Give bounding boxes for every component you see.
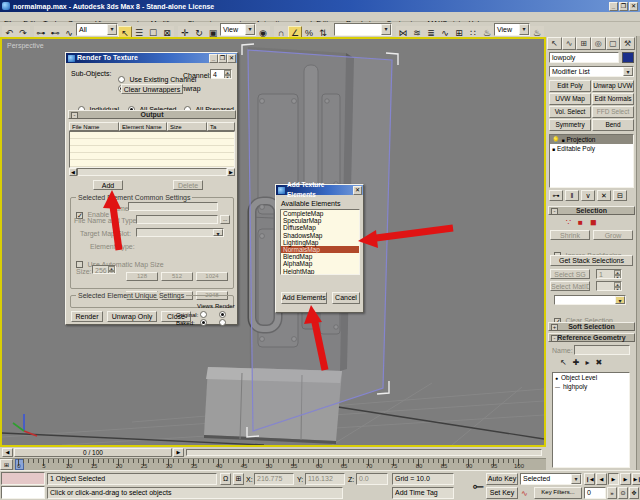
previous-frame-button[interactable]: ◀ (596, 473, 607, 485)
channel-spinner[interactable]: ▲▼ (224, 70, 231, 78)
chevron-down-icon[interactable]: ▾ (571, 474, 581, 484)
select-matid-button[interactable]: Select MatID (550, 281, 590, 291)
scroll-right-icon[interactable]: ▶ (227, 168, 235, 176)
add-time-tag-field[interactable]: Add Time Tag (392, 487, 454, 499)
align-icon[interactable]: ≋ (410, 26, 424, 37)
chevron-down-icon[interactable]: ▾ (381, 24, 391, 35)
browse-button[interactable]: ... (220, 215, 230, 224)
size-spinner[interactable]: ▲▼ (108, 266, 115, 273)
set-key-button[interactable]: Set Key (486, 487, 518, 499)
minimize-button[interactable]: _ (609, 2, 618, 11)
select-sg-button[interactable]: Select SG (550, 269, 590, 279)
channel-field[interactable]: 4 ▲▼ (210, 69, 232, 79)
element-item-shadowsmap[interactable]: ShadowsMap (281, 232, 359, 239)
tab-motion[interactable]: ◎ (591, 37, 606, 50)
command-panel-scrollbar[interactable] (636, 36, 640, 472)
key-mode-button[interactable]: » (607, 487, 617, 499)
use-pivot-center-icon[interactable]: ◉ (256, 26, 270, 37)
percent-snap-icon[interactable]: % (302, 26, 316, 37)
tab-hierarchy[interactable]: ⊞ (576, 37, 591, 50)
vertex-subobject-icon[interactable]: ∵ (566, 218, 571, 228)
remove-modifier-icon[interactable]: ✕ (597, 190, 611, 201)
ate-close-button[interactable]: ✕ (353, 186, 362, 195)
object-name-field[interactable]: lowpoly (549, 52, 619, 63)
next-frame-button[interactable]: ▶ (620, 473, 631, 485)
configure-modifier-sets-icon[interactable]: ⊟ (613, 190, 627, 201)
column-header-ta[interactable]: Ta (207, 122, 235, 131)
restore-button[interactable]: ❐ (619, 2, 628, 11)
snap-toggle-icon[interactable]: ∩ (274, 26, 288, 37)
output-table-body[interactable] (69, 131, 235, 168)
scroll-left-icon[interactable]: ◀ (69, 168, 77, 176)
size-preset-1024[interactable]: 1024 (196, 272, 228, 281)
chevron-down-icon[interactable]: ▾ (107, 24, 117, 35)
spinner-snap-icon[interactable]: ⇅ (316, 26, 330, 37)
material-editor-icon[interactable]: ∷ (466, 26, 480, 37)
close-button[interactable]: ✕ (629, 2, 638, 11)
play-button[interactable]: ▶ (608, 473, 619, 485)
modifier-button-symmetry[interactable]: Symmetry (549, 119, 591, 131)
reference-geometry-list[interactable]: ●Object Level—highpoly (552, 372, 630, 468)
element-item-specularmap[interactable]: SpecularMap (281, 217, 359, 224)
modifier-list-dropdown[interactable]: Modifier List ▾ (549, 66, 634, 77)
maxscript-mini-listener-pink[interactable] (1, 472, 45, 485)
element-item-lightingmap[interactable]: LightingMap (281, 239, 359, 246)
selection-filter-dropdown[interactable]: All▾ (76, 23, 118, 36)
available-elements-list[interactable]: CompleteMapSpecularMapDiffuseMapShadowsM… (280, 209, 360, 275)
reference-geometry-rollout-header[interactable]: -Reference Geometry (548, 333, 635, 342)
file-name-field[interactable] (136, 215, 218, 224)
time-slider-right-icon[interactable]: ▶ (173, 448, 184, 457)
pick-list-icon[interactable]: ▸ (585, 358, 589, 369)
x-coordinate-field[interactable]: 216.775 (254, 473, 294, 485)
baked-views-radio[interactable] (200, 319, 207, 326)
time-slider-left-icon[interactable]: ◀ (2, 448, 13, 457)
render-button[interactable]: Render (71, 311, 103, 322)
undo-icon[interactable]: ↶ (2, 26, 16, 37)
modifier-button-edit-poly[interactable]: Edit Poly (549, 80, 591, 92)
key-selection-dropdown[interactable]: Selected▾ (520, 473, 582, 485)
clear-unwrappers-button[interactable]: Clear Unwrappers (121, 84, 183, 94)
soft-selection-rollout-header[interactable]: +Soft Selection (548, 322, 635, 331)
baked-render-radio[interactable] (219, 319, 226, 326)
face-subobject-icon[interactable]: ■ (578, 218, 583, 228)
pan-button[interactable]: ✥ (629, 487, 639, 499)
modifier-button-uvw-map[interactable]: UVW Map (549, 93, 591, 105)
pick-icon[interactable]: ↖ (560, 358, 567, 369)
chevron-down-icon[interactable]: ▾ (519, 24, 529, 35)
render-type-dropdown[interactable]: View▾ (494, 23, 530, 36)
rtt-title-bar[interactable]: Render To Texture _ ❐ ✕ (66, 53, 237, 63)
get-stack-selections-button[interactable]: Get Stack Selections (550, 255, 633, 266)
chevron-down-icon[interactable]: ▾ (615, 296, 625, 304)
set-keys-key-icon[interactable]: ⊸ (458, 475, 484, 497)
redo-icon[interactable]: ↷ (16, 26, 30, 37)
tab-modify[interactable]: ∿ (562, 37, 577, 50)
grow-button[interactable]: Grow (593, 230, 633, 240)
refgeo-name-field[interactable] (574, 345, 630, 355)
unlink-selection-icon[interactable]: ⊷ (48, 26, 62, 37)
unwrap-only-button[interactable]: Unwrap Only (107, 311, 157, 322)
rtt-restore-button[interactable]: ❐ (218, 54, 227, 63)
maxscript-mini-listener-white[interactable] (1, 486, 45, 499)
delete-reference-icon[interactable]: ✖ (595, 358, 602, 369)
matid-spinner[interactable]: ▲▼ (614, 282, 621, 290)
modifier-stack[interactable]: 💡■Projection■Editable Poly (549, 134, 634, 188)
rectangular-selection-icon[interactable]: ☐ (146, 26, 160, 37)
size-preset-512[interactable]: 512 (161, 272, 193, 281)
lightbulb-icon[interactable]: 💡 (552, 136, 560, 143)
tab-utilities[interactable]: ⚒ (620, 37, 635, 50)
chevron-down-icon[interactable]: ▾ (623, 67, 633, 76)
shrink-button[interactable]: Shrink (550, 230, 590, 240)
tab-display[interactable]: ▢ (606, 37, 621, 50)
select-object-icon[interactable]: ↖ (118, 26, 132, 37)
output-table-hscrollbar[interactable]: ◀ ▶ (69, 168, 235, 176)
go-to-start-button[interactable]: ❙◀ (584, 473, 595, 485)
element-item-diffusemap[interactable]: DiffuseMap (281, 224, 359, 231)
layer-manager-icon[interactable]: ≣ (424, 26, 438, 37)
output-rollout-header[interactable]: -Output (68, 110, 236, 119)
add-reference-icon[interactable]: ✚ (573, 358, 580, 369)
make-unique-icon[interactable]: ∨ (581, 190, 595, 201)
element-item-heightmap[interactable]: HeightMap (281, 268, 359, 275)
chevron-down-icon[interactable]: ▾ (213, 229, 223, 236)
sg-spinner[interactable]: ▲▼ (614, 270, 621, 278)
add-element-button[interactable]: Add (93, 180, 123, 190)
